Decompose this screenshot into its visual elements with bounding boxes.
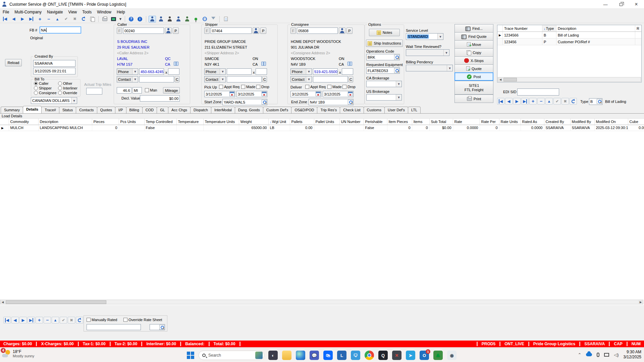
us-brokerage-dropdown[interactable] bbox=[366, 94, 402, 101]
trace-nav-first-button[interactable]: ◀ bbox=[497, 98, 504, 105]
monitor-dropdown-button[interactable]: ▾ bbox=[118, 16, 122, 22]
tab-user-defs[interactable]: User Def's bbox=[384, 107, 408, 113]
scroll-right-arrow[interactable]: ▶ bbox=[638, 300, 643, 304]
menu-file[interactable]: File bbox=[0, 9, 12, 15]
trace-nav-next-button[interactable]: ▶ bbox=[513, 98, 521, 105]
col-modified-by[interactable]: Modified By bbox=[570, 119, 594, 125]
tab-details[interactable]: Details bbox=[23, 106, 42, 113]
trace-accept-button[interactable]: ✔ bbox=[553, 98, 561, 105]
x-app-icon[interactable]: ✕ bbox=[392, 351, 401, 360]
nav-last-button[interactable]: ▶ bbox=[28, 16, 35, 22]
lookup-icon[interactable] bbox=[262, 100, 267, 105]
lookup-icon[interactable] bbox=[394, 68, 399, 73]
phone-link-icon[interactable]: 🗨 bbox=[351, 351, 360, 360]
decl-value-field[interactable]: $0.00 bbox=[140, 95, 180, 102]
consignee-address-book-icon[interactable] bbox=[347, 62, 352, 66]
col-pallets[interactable]: Pallets bbox=[290, 119, 314, 125]
pickup-appt-req-checkbox[interactable]: Appt Req bbox=[219, 85, 239, 89]
minimize-button[interactable]: — bbox=[598, 0, 613, 9]
col-rate[interactable]: Rate bbox=[453, 119, 480, 125]
shipper-f-button[interactable]: F bbox=[204, 27, 210, 34]
q-app-icon[interactable]: Q bbox=[378, 351, 388, 360]
teamviewer-icon[interactable]: ◉ bbox=[447, 351, 457, 360]
trace-number-header[interactable]: Trace Number bbox=[503, 25, 542, 32]
delete-record-button[interactable]: − bbox=[45, 16, 52, 22]
load-details-horizontal-scrollbar[interactable]: ◀ ▶ bbox=[0, 300, 643, 304]
deliver-drop-checkbox[interactable]: Drop bbox=[342, 85, 356, 89]
col-pallet-units[interactable]: Pallet Units bbox=[314, 119, 339, 125]
caller-contact-type-dropdown[interactable]: Contact bbox=[117, 76, 138, 82]
tab-gl[interactable]: GL bbox=[157, 107, 168, 113]
reload-button[interactable]: Reload bbox=[5, 59, 22, 66]
col-modified-on[interactable]: Modified On bbox=[594, 119, 628, 125]
trace-cancel-button[interactable]: ✖ bbox=[561, 98, 569, 105]
trace-delete-button[interactable]: − bbox=[537, 98, 545, 105]
telegram-icon[interactable]: ➤ bbox=[406, 351, 415, 360]
col-temperature[interactable]: Temperature bbox=[176, 119, 203, 125]
override-rate-sheet-checkbox[interactable]: Override Rate Sheet bbox=[123, 318, 162, 322]
tab-ip[interactable]: I/P bbox=[115, 107, 126, 113]
col-temperature-units[interactable]: Temperature Units bbox=[203, 119, 239, 125]
fb-number-input[interactable]: NA bbox=[40, 26, 81, 34]
manual-miles-checkbox[interactable]: Man bbox=[145, 88, 157, 92]
col-temp-controlled[interactable]: Temp Controlled bbox=[144, 119, 176, 125]
trace-refresh-button[interactable] bbox=[570, 98, 577, 105]
shipper-phone-input[interactable] bbox=[227, 68, 252, 75]
edge-icon[interactable] bbox=[296, 351, 305, 360]
trace-type-input[interactable]: B bbox=[589, 98, 602, 105]
consignee-contact-input[interactable] bbox=[313, 76, 348, 82]
cancel-button[interactable]: ✖ bbox=[71, 16, 78, 22]
menu-multi-company[interactable]: Multi-Company bbox=[12, 9, 44, 15]
tab-billing[interactable]: Billing bbox=[126, 107, 143, 113]
caller-contact-c-button[interactable]: C bbox=[175, 76, 179, 82]
ld-refresh-button[interactable] bbox=[76, 317, 83, 323]
tray-chevron-icon[interactable]: ⌃ bbox=[578, 352, 581, 357]
microphone-icon[interactable] bbox=[597, 353, 599, 357]
ld-add-button[interactable]: + bbox=[36, 317, 43, 323]
ld-accept-button[interactable]: ✔ bbox=[60, 317, 67, 323]
move-button[interactable]: Move bbox=[454, 40, 493, 49]
col-item-pieces[interactable]: Item Pieces bbox=[387, 119, 412, 125]
tab-contacts[interactable]: Contacts bbox=[76, 107, 97, 113]
shipper-code-input[interactable]: 07464 bbox=[211, 27, 252, 34]
trace-nav-prev-button[interactable]: ◀ bbox=[505, 98, 513, 105]
shipper-address-book-icon[interactable] bbox=[261, 62, 266, 66]
operations-code-input[interactable]: BRK bbox=[366, 54, 400, 60]
monitor-button[interactable] bbox=[110, 16, 117, 22]
tab-status[interactable]: Status bbox=[59, 107, 76, 113]
lookup-icon[interactable] bbox=[348, 100, 353, 105]
tab-custom-defs[interactable]: Custom Def's bbox=[263, 107, 292, 113]
tab-dispatch[interactable]: Dispatch bbox=[190, 107, 211, 113]
consignee-contact-c-button[interactable]: C bbox=[348, 76, 353, 82]
lookup-icon[interactable] bbox=[159, 325, 164, 330]
customer-profile-button[interactable] bbox=[157, 16, 165, 22]
shipper-contact-input[interactable] bbox=[227, 76, 262, 82]
scroll-left-arrow[interactable]: ◀ bbox=[0, 300, 5, 304]
load-details-row[interactable]: ▶ MULCH LANDSCAPPING MULCH 0 False 65000… bbox=[0, 125, 644, 131]
caller-code-input[interactable]: 00240 bbox=[123, 27, 164, 34]
accept-button[interactable]: ✔ bbox=[62, 16, 70, 22]
caller-ext-input[interactable] bbox=[168, 68, 179, 75]
refresh-button[interactable] bbox=[80, 16, 87, 22]
col-wgt-unit[interactable]: ↓Wgt Unit bbox=[268, 119, 290, 125]
nav-first-button[interactable]: ◀ bbox=[1, 16, 9, 22]
rate-code-input[interactable] bbox=[87, 324, 141, 330]
nav-next-button[interactable]: ▶ bbox=[19, 16, 26, 22]
ld-nav-prev-button[interactable]: ◀ bbox=[11, 317, 19, 323]
col-rate-per[interactable]: Rate Per bbox=[480, 119, 499, 125]
actual-trip-miles-field[interactable] bbox=[86, 88, 102, 95]
taskbar-clock[interactable]: 9:30 AM 3/12/2025 bbox=[624, 350, 641, 360]
col-un-number[interactable]: UN Number bbox=[339, 119, 364, 125]
x-stops-button[interactable]: X-Stops bbox=[454, 56, 493, 65]
vendor-button[interactable] bbox=[175, 16, 182, 22]
scroll-thumb[interactable] bbox=[503, 78, 517, 81]
col-weight[interactable]: Weight bbox=[239, 119, 268, 125]
print-toolbar-button[interactable] bbox=[101, 16, 108, 22]
rate-lookup-field[interactable] bbox=[150, 324, 165, 330]
shipper-phone-type-dropdown[interactable]: Phone bbox=[204, 68, 226, 75]
quote-button[interactable]: Quote bbox=[454, 64, 493, 73]
edi-sid-input[interactable] bbox=[517, 88, 559, 96]
linkedin-icon[interactable]: L bbox=[337, 351, 346, 360]
notes-button[interactable]: Notes bbox=[369, 29, 400, 36]
consignee-phone-input[interactable]: 519-421-5500 bbox=[313, 68, 338, 75]
